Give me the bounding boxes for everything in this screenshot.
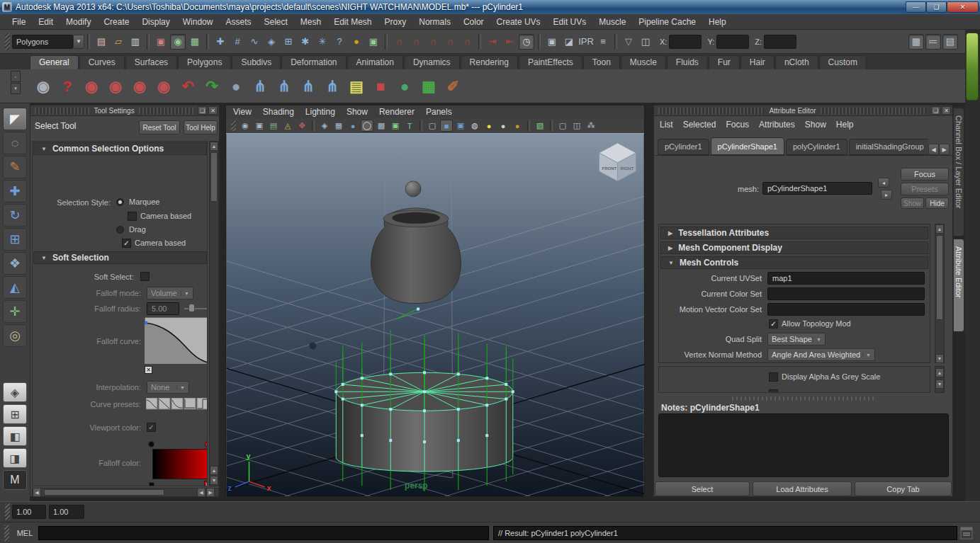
- persp-outliner-layout-button[interactable]: ◨: [3, 448, 27, 468]
- animation-start-input[interactable]: 1.00: [12, 505, 46, 519]
- z-coordinate-input[interactable]: [764, 35, 796, 49]
- sidebar-tab-attribute-editor[interactable]: Attribute Editor: [953, 239, 964, 332]
- falloff-color-ramp[interactable]: [152, 449, 208, 479]
- symmetry-icon[interactable]: ◫: [638, 34, 653, 50]
- select-rendering-mask-icon[interactable]: ✳: [315, 34, 330, 50]
- use-all-lights-icon[interactable]: ●: [483, 120, 495, 132]
- construction-history-icon[interactable]: ◷: [519, 34, 534, 50]
- wireframe-mode-icon[interactable]: ▢: [426, 120, 439, 132]
- x-coordinate-input[interactable]: [669, 35, 702, 49]
- attribute-editor-vscrollbar[interactable]: ▲ ▼: [935, 224, 945, 363]
- ramp-key-start-icon[interactable]: [148, 441, 154, 447]
- tumble-camera-icon[interactable]: ◉: [79, 74, 103, 98]
- ae-tab-pcylindershape1[interactable]: pCylinderShape1: [711, 137, 784, 155]
- cylinder-object[interactable]: [334, 330, 514, 491]
- poly-cube-select-icon[interactable]: ■: [368, 74, 393, 98]
- quad-split-dropdown[interactable]: Best Shape▼: [767, 333, 826, 345]
- mesh-controls-header[interactable]: ▼Mesh Controls: [660, 256, 928, 269]
- output-connections-icon[interactable]: ⇤: [502, 34, 517, 50]
- hide-button[interactable]: Hide: [925, 198, 949, 209]
- shelf-tab-toon[interactable]: Toon: [583, 55, 620, 69]
- tool-settings-hscrollbar[interactable]: ◀ ◀ ▶: [32, 488, 219, 497]
- tessellation-attributes-header[interactable]: ▶Tessellation Attributes: [660, 227, 928, 239]
- safe-title-icon[interactable]: T: [403, 120, 416, 132]
- close-panel-icon[interactable]: ✕: [942, 106, 951, 115]
- menu-item[interactable]: Window: [176, 15, 220, 29]
- new-scene-icon[interactable]: ▤: [94, 34, 109, 50]
- shelf-tab-deformation[interactable]: Deformation: [281, 55, 346, 69]
- lock-selection-icon[interactable]: ●: [349, 34, 364, 50]
- shelf-tab-subdivs[interactable]: Subdivs: [232, 55, 281, 69]
- shelf-tab-curves[interactable]: Curves: [79, 55, 125, 69]
- ae-menu-item[interactable]: Attributes: [759, 120, 795, 130]
- select-component-mode-icon[interactable]: ▦: [187, 34, 203, 50]
- curve-preset-buttons[interactable]: [146, 398, 208, 410]
- shelf-tab-polygons[interactable]: Polygons: [178, 55, 231, 69]
- motion-vector-color-set-input[interactable]: [767, 303, 925, 316]
- partial-checkbox[interactable]: [769, 389, 778, 393]
- spline-handle-tool-icon[interactable]: ⋔: [296, 74, 320, 98]
- cluster-icon[interactable]: ⋔: [320, 74, 344, 98]
- ramp-delete-icon[interactable]: ✕: [204, 481, 208, 486]
- menu-set-selector[interactable]: Polygons: [12, 35, 73, 49]
- quick-selection-menu-icon[interactable]: ▽: [621, 34, 636, 50]
- snap-to-curves-icon[interactable]: ∩: [408, 34, 424, 50]
- menu-item[interactable]: Pipeline Cache: [632, 15, 702, 29]
- show-manipulator-tool-button[interactable]: ✛: [3, 300, 27, 323]
- menu-item[interactable]: Proxy: [378, 15, 413, 29]
- bookmarks-icon[interactable]: ▤: [267, 120, 280, 132]
- pan-zoom-icon[interactable]: ✥: [295, 120, 308, 132]
- sphere-projection-icon[interactable]: ●: [393, 74, 417, 98]
- shelf-tab-custom[interactable]: Custom: [819, 55, 867, 69]
- ae-menu-item[interactable]: List: [660, 120, 673, 130]
- menu-item[interactable]: Assets: [219, 15, 257, 29]
- select-misc-mask-icon[interactable]: ?: [332, 34, 347, 50]
- xray-icon[interactable]: ▢: [556, 120, 569, 132]
- copy-tab-button[interactable]: Copy Tab: [855, 481, 952, 496]
- xray-active-components-icon[interactable]: ◫: [570, 120, 583, 132]
- node-editor-icon[interactable]: ▤: [344, 74, 368, 98]
- select-object-mode-icon[interactable]: ◉: [170, 34, 186, 50]
- render-view-icon[interactable]: ▣: [544, 34, 560, 50]
- safe-action-icon[interactable]: ▣: [389, 120, 402, 132]
- current-uvset-input[interactable]: map1: [767, 272, 925, 285]
- load-attributes-button[interactable]: Load Attributes: [753, 481, 852, 496]
- viewport-menu-item[interactable]: Renderer: [379, 107, 415, 117]
- select-curves-mask-icon[interactable]: ∿: [247, 34, 262, 50]
- soft-select-checkbox[interactable]: [140, 272, 150, 281]
- reset-tool-button[interactable]: Reset Tool: [139, 120, 180, 135]
- sidebar-tab-channel-box[interactable]: Channel Box / Layer Editor: [953, 108, 964, 236]
- menu-item[interactable]: Create UVs: [490, 15, 547, 29]
- y-coordinate-input[interactable]: [716, 35, 749, 49]
- soft-modification-tool-button[interactable]: ◭: [3, 276, 27, 299]
- tool-settings-vscrollbar[interactable]: ▲ ▲ ▼: [209, 141, 219, 486]
- shelf-tab-menu-icon[interactable]: ▾: [11, 83, 21, 94]
- make-live-icon[interactable]: ∩: [459, 34, 475, 50]
- undo-view-icon[interactable]: ↶: [176, 74, 200, 98]
- shelf-tab-fur[interactable]: Fur: [709, 55, 740, 69]
- view-cube-front-label[interactable]: FRONT: [602, 166, 617, 171]
- paint-effects-brush-icon[interactable]: ✐: [441, 74, 465, 98]
- field-chart-icon[interactable]: ▩: [375, 120, 388, 132]
- menu-item[interactable]: Help: [702, 15, 733, 29]
- menu-item[interactable]: Normals: [412, 15, 457, 29]
- viewport-menu-item[interactable]: Shading: [263, 107, 294, 117]
- toggle-attribute-editor-icon[interactable]: ▤: [942, 34, 958, 50]
- plugin-shapes-icon[interactable]: ⁂: [585, 120, 597, 132]
- redo-view-icon[interactable]: ↷: [200, 74, 224, 98]
- screen-edge-green-icon[interactable]: [966, 33, 979, 101]
- camera-based-checkbox-2[interactable]: ✓: [122, 239, 131, 248]
- pot-object[interactable]: [371, 208, 461, 304]
- display-alpha-checkbox[interactable]: [769, 372, 778, 382]
- highlight-selection-icon[interactable]: ▣: [366, 34, 381, 50]
- paint-selection-tool-button[interactable]: ✎: [3, 156, 27, 178]
- checker-material-icon[interactable]: ◍: [468, 120, 481, 132]
- gate-mask-icon[interactable]: ◯: [361, 120, 373, 132]
- film-gate-icon[interactable]: ▦: [332, 120, 345, 132]
- shadows-icon[interactable]: ●: [497, 120, 509, 132]
- shelf-tab-fluids[interactable]: Fluids: [667, 55, 708, 69]
- select-deformations-mask-icon[interactable]: ⊞: [281, 34, 296, 50]
- viewport-color-checkbox[interactable]: ✓: [147, 423, 156, 432]
- shelf-item-menu-icon[interactable]: ▫: [11, 71, 21, 82]
- input-connections-icon[interactable]: ⇥: [485, 34, 500, 50]
